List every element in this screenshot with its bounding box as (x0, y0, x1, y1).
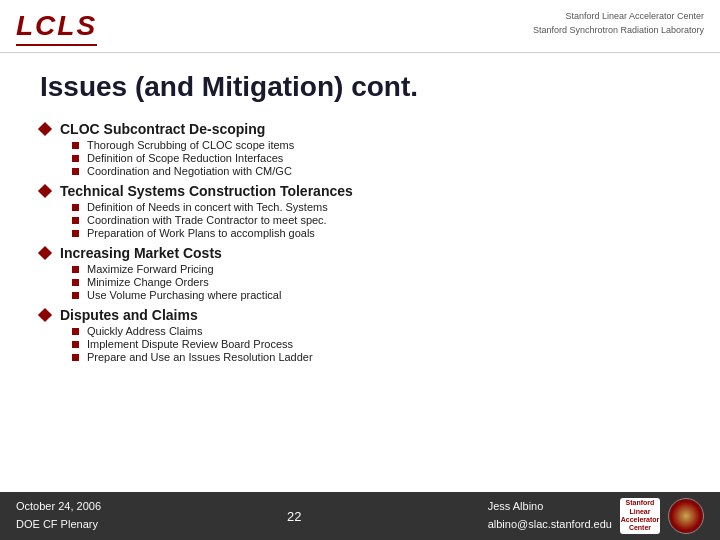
section-market: Increasing Market CostsMaximize Forward … (40, 245, 680, 301)
list-item: Coordination and Negotiation with CM/GC (72, 165, 680, 177)
diamond-bullet (38, 308, 52, 322)
list-item: Preparation of Work Plans to accomplish … (72, 227, 680, 239)
list-item-text: Maximize Forward Pricing (87, 263, 214, 275)
square-bullet-icon (72, 354, 79, 361)
footer-logo: StanfordLinearAcceleratorCenter (620, 498, 660, 534)
square-bullet-icon (72, 168, 79, 175)
list-item-text: Coordination and Negotiation with CM/GC (87, 165, 292, 177)
footer-right: Jess Albino albino@slac.stanford.edu Sta… (488, 498, 704, 534)
org-info: Stanford Linear Accelerator Center Stanf… (533, 10, 704, 37)
sub-items-cloc: Thorough Scrubbing of CLOC scope itemsDe… (72, 139, 680, 177)
footer-email: albino@slac.stanford.edu (488, 516, 612, 534)
list-item: Minimize Change Orders (72, 276, 680, 288)
list-item-text: Preparation of Work Plans to accomplish … (87, 227, 315, 239)
list-item: Maximize Forward Pricing (72, 263, 680, 275)
list-item: Coordination with Trade Contractor to me… (72, 214, 680, 226)
list-item-text: Minimize Change Orders (87, 276, 209, 288)
section-header-market: Increasing Market Costs (40, 245, 680, 261)
list-item: Quickly Address Claims (72, 325, 680, 337)
section-title-market: Increasing Market Costs (60, 245, 222, 261)
square-bullet-icon (72, 230, 79, 237)
list-item-text: Thorough Scrubbing of CLOC scope items (87, 139, 294, 151)
list-item-text: Implement Dispute Review Board Process (87, 338, 293, 350)
list-item: Definition of Needs in concert with Tech… (72, 201, 680, 213)
sections-container: CLOC Subcontract De-scopingThorough Scru… (40, 121, 680, 363)
square-bullet-icon (72, 155, 79, 162)
diamond-bullet (38, 246, 52, 260)
square-bullet-icon (72, 204, 79, 211)
sub-items-technical: Definition of Needs in concert with Tech… (72, 201, 680, 239)
list-item-text: Definition of Scope Reduction Interfaces (87, 152, 283, 164)
square-bullet-icon (72, 142, 79, 149)
list-item: Definition of Scope Reduction Interfaces (72, 152, 680, 164)
section-title-disputes: Disputes and Claims (60, 307, 198, 323)
slide-title: Issues (and Mitigation) cont. (40, 71, 680, 103)
footer-page: 22 (287, 509, 301, 524)
square-bullet-icon (72, 279, 79, 286)
square-bullet-icon (72, 341, 79, 348)
footer-event: DOE CF Plenary (16, 516, 101, 534)
list-item: Prepare and Use an Issues Resolution Lad… (72, 351, 680, 363)
section-cloc: CLOC Subcontract De-scopingThorough Scru… (40, 121, 680, 177)
square-bullet-icon (72, 266, 79, 273)
diamond-bullet (38, 122, 52, 136)
footer-presenter-info: Jess Albino albino@slac.stanford.edu (488, 498, 612, 533)
list-item-text: Prepare and Use an Issues Resolution Lad… (87, 351, 313, 363)
sub-items-disputes: Quickly Address ClaimsImplement Dispute … (72, 325, 680, 363)
slac-emblem (668, 498, 704, 534)
square-bullet-icon (72, 217, 79, 224)
slide-header: LCLS Stanford Linear Accelerator Center … (0, 0, 720, 53)
list-item-text: Coordination with Trade Contractor to me… (87, 214, 327, 226)
section-header-technical: Technical Systems Construction Tolerance… (40, 183, 680, 199)
logo-area: LCLS (16, 10, 97, 46)
sub-items-market: Maximize Forward PricingMinimize Change … (72, 263, 680, 301)
list-item: Implement Dispute Review Board Process (72, 338, 680, 350)
list-item-text: Quickly Address Claims (87, 325, 203, 337)
section-title-cloc: CLOC Subcontract De-scoping (60, 121, 265, 137)
footer-date: October 24, 2006 (16, 498, 101, 516)
section-header-disputes: Disputes and Claims (40, 307, 680, 323)
slide-footer: October 24, 2006 DOE CF Plenary 22 Jess … (0, 492, 720, 540)
org1-label: Stanford Linear Accelerator Center (533, 10, 704, 24)
section-disputes: Disputes and ClaimsQuickly Address Claim… (40, 307, 680, 363)
list-item: Thorough Scrubbing of CLOC scope items (72, 139, 680, 151)
diamond-bullet (38, 184, 52, 198)
section-title-technical: Technical Systems Construction Tolerance… (60, 183, 353, 199)
list-item-text: Definition of Needs in concert with Tech… (87, 201, 328, 213)
slide-content: Issues (and Mitigation) cont. CLOC Subco… (0, 53, 720, 379)
footer-presenter: Jess Albino (488, 498, 612, 516)
section-technical: Technical Systems Construction Tolerance… (40, 183, 680, 239)
org2-label: Stanford Synchrotron Radiation Laborator… (533, 24, 704, 38)
list-item-text: Use Volume Purchasing where practical (87, 289, 281, 301)
list-item: Use Volume Purchasing where practical (72, 289, 680, 301)
square-bullet-icon (72, 328, 79, 335)
logo: LCLS (16, 10, 97, 46)
square-bullet-icon (72, 292, 79, 299)
footer-left: October 24, 2006 DOE CF Plenary (16, 498, 101, 533)
section-header-cloc: CLOC Subcontract De-scoping (40, 121, 680, 137)
